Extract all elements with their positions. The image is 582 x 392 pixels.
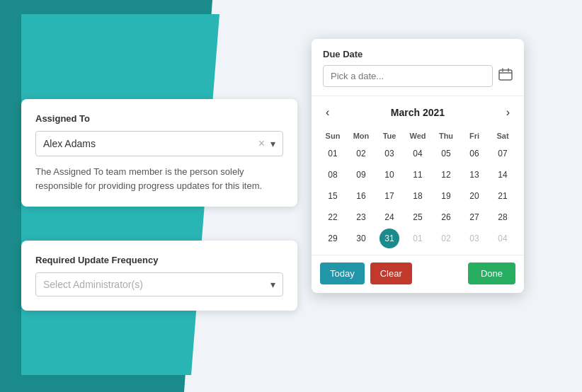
table-row[interactable]: 21 xyxy=(493,186,513,206)
table-row[interactable]: 04 xyxy=(408,144,428,163)
table-row[interactable]: 30 xyxy=(351,229,371,248)
clear-selection-icon[interactable]: × xyxy=(258,137,265,150)
assigned-to-description: The Assigned To team member is the perso… xyxy=(35,165,283,192)
table-row[interactable]: 01 xyxy=(323,144,343,163)
table-row[interactable]: 03 xyxy=(380,144,399,163)
assigned-to-card: Assigned To Alex Adams × ▾ The Assigned … xyxy=(21,99,297,207)
frequency-arrow-icon[interactable]: ▾ xyxy=(270,279,275,290)
table-row[interactable]: 16 xyxy=(351,186,371,206)
table-row[interactable]: 19 xyxy=(436,186,456,206)
date-input-row xyxy=(312,65,524,96)
day-header-wed: Wed xyxy=(404,129,432,143)
table-row[interactable]: 26 xyxy=(436,207,456,227)
frequency-label: Required Update Frequency xyxy=(35,255,283,265)
calendar-footer: Today Clear Done xyxy=(312,255,524,293)
table-row[interactable]: 29 xyxy=(323,229,343,248)
table-row[interactable]: 07 xyxy=(493,144,513,163)
table-row[interactable]: 01 xyxy=(408,229,428,248)
calendar-navigation: ‹ March 2021 › xyxy=(312,96,524,129)
month-year-label: March 2021 xyxy=(391,107,445,118)
table-row[interactable]: 08 xyxy=(323,165,343,185)
week-row-2: 08 09 10 11 12 13 14 xyxy=(319,164,517,185)
day-header-fri: Fri xyxy=(460,129,489,143)
table-row[interactable]: 13 xyxy=(464,165,484,185)
table-row[interactable]: 12 xyxy=(436,165,456,185)
frequency-card: Required Update Frequency Select Adminis… xyxy=(21,241,297,311)
frequency-placeholder: Select Administrator(s) xyxy=(43,279,270,290)
table-row[interactable]: 24 xyxy=(380,207,399,227)
table-row[interactable]: 02 xyxy=(351,144,371,163)
clear-button[interactable]: Clear xyxy=(370,263,412,284)
prev-month-button[interactable]: ‹ xyxy=(320,103,335,122)
assigned-to-value: Alex Adams xyxy=(43,138,258,149)
assigned-to-label: Assigned To xyxy=(35,113,283,124)
table-row[interactable]: 06 xyxy=(464,144,484,163)
table-row[interactable]: 17 xyxy=(380,186,399,206)
table-row[interactable]: 20 xyxy=(464,186,484,206)
table-row[interactable]: 10 xyxy=(380,165,399,185)
table-row[interactable]: 04 xyxy=(493,229,513,248)
day-headers-row: Sun Mon Tue Wed Thu Fri Sat xyxy=(319,129,517,143)
day-header-sat: Sat xyxy=(489,129,517,143)
table-row[interactable]: 11 xyxy=(408,165,428,185)
week-row-3: 15 16 17 18 19 20 21 xyxy=(319,185,517,207)
assigned-to-select[interactable]: Alex Adams × ▾ xyxy=(35,131,283,156)
table-row[interactable]: 14 xyxy=(493,165,513,185)
table-row[interactable]: 03 xyxy=(464,229,484,248)
table-row[interactable]: 28 xyxy=(493,207,513,227)
table-row[interactable]: 02 xyxy=(436,229,456,248)
svg-rect-0 xyxy=(499,70,512,80)
dropdown-arrow-icon[interactable]: ▾ xyxy=(270,138,275,149)
next-month-button[interactable]: › xyxy=(501,103,515,122)
calendar-icon[interactable] xyxy=(498,68,513,84)
day-header-mon: Mon xyxy=(347,129,375,143)
table-row[interactable]: 18 xyxy=(408,186,428,206)
frequency-select[interactable]: Select Administrator(s) ▾ xyxy=(35,272,283,296)
due-date-panel: Due Date ‹ March 2021 › Sun Mon Tue Wed … xyxy=(312,39,524,293)
day-header-thu: Thu xyxy=(432,129,460,143)
day-header-tue: Tue xyxy=(375,129,404,143)
table-row[interactable]: 05 xyxy=(436,144,456,163)
week-row-4: 22 23 24 25 26 27 28 xyxy=(319,207,517,228)
date-input[interactable] xyxy=(323,65,493,87)
week-row-1: 01 02 03 04 05 06 07 xyxy=(319,143,517,164)
table-row[interactable]: 25 xyxy=(408,207,428,227)
due-date-title: Due Date xyxy=(312,39,524,65)
week-row-5: 29 30 31 01 02 03 04 xyxy=(319,228,517,249)
table-row[interactable]: 09 xyxy=(351,165,371,185)
today-button[interactable]: Today xyxy=(320,263,365,284)
table-row[interactable]: 15 xyxy=(323,186,343,206)
table-row[interactable]: 22 xyxy=(323,207,343,227)
selected-day[interactable]: 31 xyxy=(380,229,399,248)
day-header-sun: Sun xyxy=(319,129,347,143)
table-row[interactable]: 23 xyxy=(351,207,371,227)
done-button[interactable]: Done xyxy=(468,263,515,284)
calendar-grid: Sun Mon Tue Wed Thu Fri Sat 01 02 03 04 … xyxy=(312,129,524,255)
table-row[interactable]: 27 xyxy=(464,207,484,227)
